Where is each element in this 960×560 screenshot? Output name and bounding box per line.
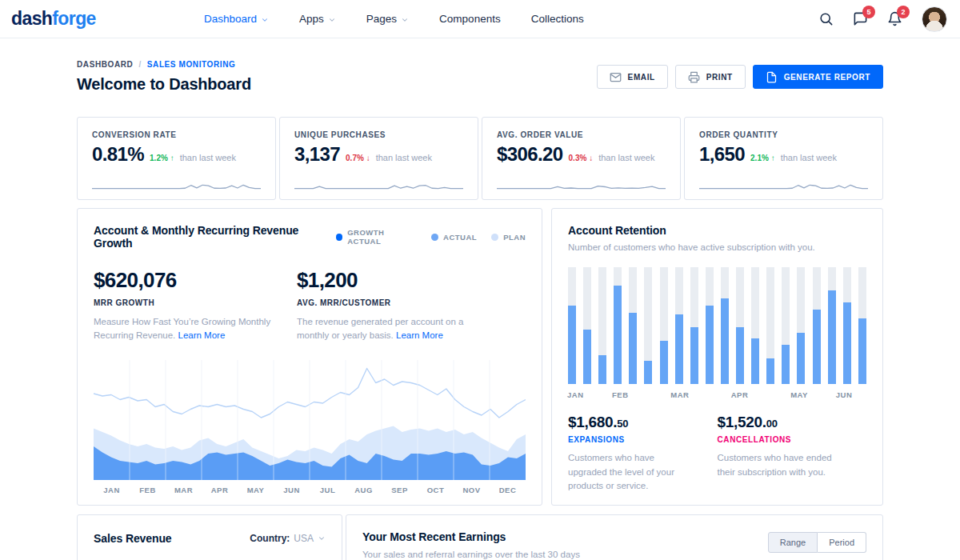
bar: [629, 313, 637, 384]
bar: [598, 355, 606, 385]
logo-part-dark: dash: [11, 8, 52, 29]
legend-label: ACTUAL: [443, 233, 477, 242]
stat-value: 0.81%: [92, 143, 144, 166]
x-axis-label: MAY: [238, 486, 274, 494]
bar: [766, 358, 774, 384]
stat-value: 1,650: [699, 143, 745, 166]
breadcrumb-dashboard[interactable]: DASHBOARD: [77, 60, 133, 69]
bar-track: [690, 267, 698, 384]
legend-dot-icon: [491, 234, 498, 241]
legend-plan[interactable]: PLAN: [491, 233, 526, 242]
legend-actual[interactable]: ACTUAL: [431, 233, 477, 242]
nav-dashboard[interactable]: Dashboard: [204, 13, 269, 25]
stat-sparkline: [699, 172, 868, 190]
envelope-icon: [610, 71, 622, 83]
retention-metric-label: EXPANSIONS: [568, 435, 718, 444]
bar-track: [583, 267, 591, 384]
retention-metric: $1,680.50EXPANSIONSCustomers who have up…: [568, 414, 718, 493]
stat-card-conversion-rate: CONVERSION RATE0.81%1.2% ↑than last week: [77, 117, 276, 200]
country-select[interactable]: Country: USA: [250, 533, 326, 544]
bar-track: [782, 267, 790, 384]
retention-metric: $1,520.00CANCELLATIONSCustomers who have…: [718, 414, 867, 493]
file-icon: [766, 71, 778, 83]
breadcrumb: DASHBOARD/SALES MONITORING: [77, 60, 251, 69]
bar-track: [797, 267, 805, 384]
header-right: 5 2: [818, 6, 947, 32]
stat-value: 3,137: [294, 143, 340, 166]
stat-delta: 1.2% ↑: [150, 154, 174, 162]
x-axis-label: MAR: [166, 486, 202, 494]
chevron-down-icon: [401, 16, 409, 24]
toggle-period[interactable]: Period: [818, 532, 866, 553]
top-navbar: dashforge DashboardAppsPagesComponentsCo…: [0, 0, 960, 38]
x-axis-label: NOV: [454, 486, 490, 494]
learn-more-link[interactable]: Learn More: [178, 330, 225, 340]
chevron-down-icon: [328, 16, 336, 24]
nav-collections[interactable]: Collections: [531, 13, 584, 25]
bar: [690, 327, 698, 385]
account-retention-card: Account Retention Number of customers wh…: [551, 208, 883, 506]
x-axis-label: FEB: [612, 390, 629, 399]
retention-card-subtitle: Number of customers who have active subs…: [568, 242, 866, 252]
bar-track: [751, 267, 759, 384]
mrr-metric-value: $620,076: [94, 268, 297, 293]
legend-growth-actual[interactable]: GROWTH ACTUAL: [336, 228, 417, 246]
nav-label: Apps: [299, 13, 324, 25]
bar: [614, 286, 622, 384]
bar-track: [813, 267, 821, 384]
toggle-range[interactable]: Range: [768, 532, 818, 553]
email-button[interactable]: EMAIL: [597, 65, 668, 89]
mrr-metric-label: AVG. MRR/CUSTOMER: [297, 298, 500, 307]
printer-icon: [688, 71, 700, 83]
bar: [813, 310, 821, 385]
breadcrumb-separator: /: [138, 60, 141, 69]
sales-card-title: Sales Revenue: [94, 532, 172, 545]
x-axis-label: FEB: [130, 486, 166, 494]
retention-metric-label: CANCELLATIONS: [718, 435, 867, 444]
earnings-card-subtitle: Your sales and referral earnings over th…: [362, 550, 580, 559]
stat-card-avg-order-value: AVG. ORDER VALUE$306.200.3% ↓than last w…: [482, 117, 681, 200]
learn-more-link[interactable]: Learn More: [396, 330, 443, 340]
mrr-metric: $620,076MRR GROWTHMeasure How Fast You’r…: [94, 268, 297, 343]
breadcrumb-sales-monitoring[interactable]: SALES MONITORING: [147, 60, 236, 69]
nav-components[interactable]: Components: [439, 13, 501, 25]
x-axis-label: OCT: [418, 486, 454, 494]
x-axis-label: APR: [731, 390, 749, 399]
retention-x-axis: JANFEBMARAPRMAYJUN: [568, 390, 866, 400]
bar: [751, 338, 759, 384]
retention-metrics: $1,680.50EXPANSIONSCustomers who have up…: [568, 414, 866, 493]
bar: [706, 306, 714, 384]
stat-delta: 0.3% ↓: [569, 154, 594, 162]
mrr-area-chart: JANFEBMARAPRMAYJUNJULAUGSEPOCTNOVDEC: [78, 360, 542, 505]
stat-since: than last week: [598, 153, 654, 162]
main-row: Account & Monthly Recurring Revenue Grow…: [77, 208, 883, 506]
x-axis-label: JAN: [567, 390, 584, 399]
messages-button[interactable]: 5: [853, 11, 868, 26]
nav-label: Pages: [366, 13, 397, 25]
avatar[interactable]: [922, 6, 947, 32]
bar-track: [568, 267, 576, 384]
stat-label: AVG. ORDER VALUE: [497, 130, 666, 139]
page-actions: EMAIL PRINT GENERATE REPORT: [597, 65, 883, 89]
stat-label: ORDER QUANTITY: [699, 130, 868, 139]
app-logo[interactable]: dashforge: [11, 8, 96, 30]
notifications-button[interactable]: 2: [887, 11, 902, 26]
nav-apps[interactable]: Apps: [299, 13, 336, 25]
retention-metric-cents: 00: [766, 418, 778, 430]
bar: [675, 314, 683, 385]
stat-label: CONVERSION RATE: [92, 130, 261, 139]
stat-sparkline: [92, 172, 261, 190]
print-button[interactable]: PRINT: [675, 65, 746, 89]
bar-track: [843, 267, 851, 384]
bar: [721, 298, 729, 384]
retention-metric-desc: Customers who have ended their subscript…: [718, 451, 867, 479]
bar: [797, 333, 805, 384]
nav-pages[interactable]: Pages: [366, 13, 409, 25]
bar-track: [858, 267, 866, 384]
page-title: Welcome to Dashboard: [77, 75, 251, 94]
generate-report-button[interactable]: GENERATE REPORT: [753, 65, 883, 89]
search-button[interactable]: [818, 11, 834, 26]
bar-track: [721, 267, 729, 384]
mrr-metrics: $620,076MRR GROWTHMeasure How Fast You’r…: [78, 268, 542, 343]
bar-track: [598, 267, 606, 384]
